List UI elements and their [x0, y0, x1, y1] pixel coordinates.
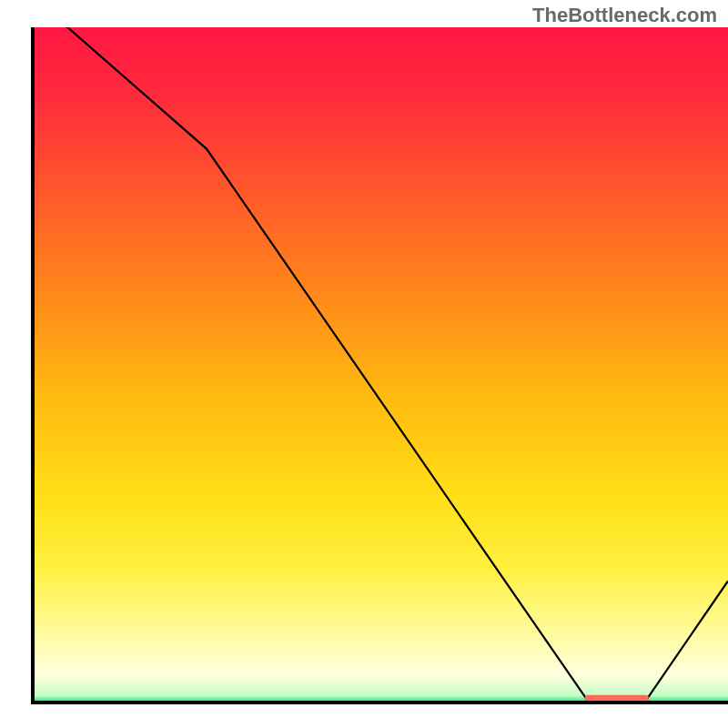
plot-area [33, 14, 728, 703]
gradient-background [33, 27, 728, 703]
chart-container: TheBottleneck.com [0, 0, 728, 728]
watermark-text: TheBottleneck.com [532, 4, 717, 27]
bottleneck-chart [0, 0, 728, 728]
